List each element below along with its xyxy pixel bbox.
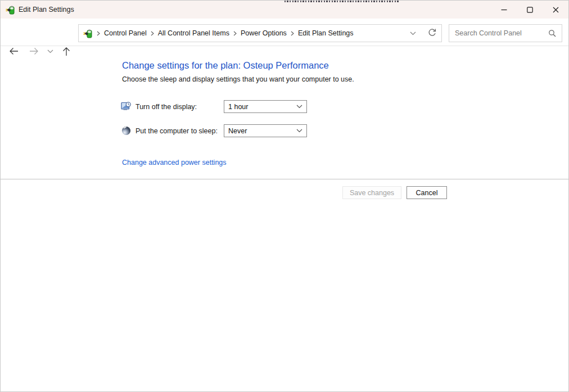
address-bar[interactable]: Control Panel All Control Panel Items Po…: [78, 24, 442, 42]
recent-locations-chevron-icon: [47, 49, 53, 53]
edit-plan-settings-window: Edit Plan Settings: [0, 0, 569, 392]
combo-chevron-icon: [296, 105, 302, 109]
window-title: Edit Plan Settings: [19, 6, 74, 13]
search-icon[interactable]: [548, 29, 556, 37]
breadcrumb-separator-icon: [291, 31, 294, 36]
maximize-icon: [527, 7, 533, 13]
forward-button[interactable]: [25, 43, 42, 60]
setting-label-sleep: Put the computer to sleep:: [136, 127, 218, 135]
content-footer-divider: [1, 179, 568, 179]
back-icon: [9, 47, 19, 55]
cancel-button[interactable]: Cancel: [407, 186, 447, 199]
save-changes-button[interactable]: Save changes: [342, 186, 401, 199]
back-button[interactable]: [5, 43, 22, 60]
setting-label-display: Turn off the display:: [136, 103, 197, 111]
sleep-timeout-select[interactable]: Never: [224, 124, 307, 137]
search-box: [449, 24, 562, 42]
minimize-icon: [501, 7, 507, 13]
page-subtitle: Choose the sleep and display settings th…: [122, 75, 354, 83]
combo-chevron-icon: [296, 129, 302, 133]
refresh-button[interactable]: [422, 25, 441, 42]
page-title: Change settings for the plan: Osteup Per…: [122, 60, 329, 71]
advanced-power-settings-link[interactable]: Change advanced power settings: [122, 159, 227, 166]
close-icon: [553, 7, 559, 13]
display-clock-icon: [121, 101, 132, 112]
power-plan-icon: [83, 29, 93, 38]
recent-locations-button[interactable]: [43, 43, 57, 60]
breadcrumb-separator-icon: [97, 31, 100, 36]
window-controls: [491, 1, 568, 19]
power-plan-icon: [6, 5, 15, 15]
refresh-icon: [428, 28, 436, 38]
moon-sleep-icon: [121, 125, 132, 136]
close-button[interactable]: [543, 1, 568, 19]
breadcrumb-item-all-control-panel-items[interactable]: All Control Panel Items: [158, 29, 229, 37]
sleep-timeout-value: Never: [228, 127, 296, 135]
breadcrumb-item-edit-plan-settings[interactable]: Edit Plan Settings: [298, 29, 354, 37]
titlebar[interactable]: Edit Plan Settings: [1, 1, 568, 19]
display-timeout-select[interactable]: 1 hour: [224, 100, 307, 113]
clipped-text-artifact: [284, 1, 399, 2]
address-dropdown-button[interactable]: [403, 25, 422, 42]
up-icon: [62, 47, 70, 56]
minimize-button[interactable]: [491, 1, 517, 19]
breadcrumb-item-control-panel[interactable]: Control Panel: [104, 29, 147, 37]
navigation-bar: Control Panel All Control Panel Items Po…: [1, 19, 568, 46]
display-timeout-value: 1 hour: [228, 103, 296, 111]
forward-icon: [29, 47, 39, 55]
address-dropdown-chevron-icon: [410, 29, 416, 37]
maximize-button[interactable]: [517, 1, 543, 19]
up-button[interactable]: [58, 43, 75, 60]
search-input[interactable]: [455, 29, 548, 37]
breadcrumb-separator-icon: [233, 31, 237, 36]
breadcrumb-item-power-options[interactable]: Power Options: [241, 29, 287, 37]
breadcrumb-separator-icon: [151, 31, 154, 36]
